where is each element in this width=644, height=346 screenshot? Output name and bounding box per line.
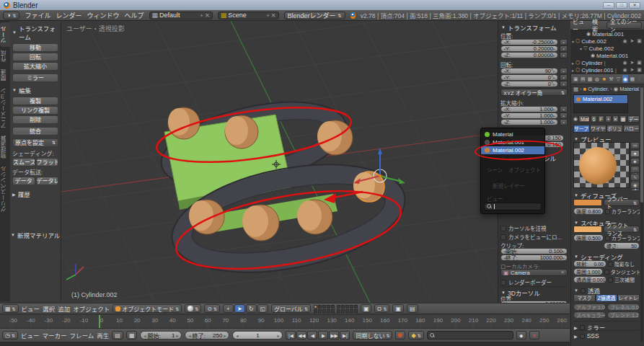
scene-close-icon[interactable]: ✕ <box>271 12 276 19</box>
view-menu[interactable]: ビュー <box>22 304 40 313</box>
keying-set-dropdown[interactable]: ◆⇅ <box>408 331 423 340</box>
material-slot-list[interactable]: Material.002 <box>573 94 628 113</box>
duplicate-button[interactable]: 複製 <box>12 97 58 105</box>
diffuse-color-swatch[interactable] <box>573 199 602 206</box>
checkbox-icon[interactable] <box>500 234 506 240</box>
timeline-editor-type-button[interactable]: ◷⇅ <box>2 331 18 340</box>
maximize-button[interactable]: □ <box>616 2 627 9</box>
stepper-right-icon[interactable]: ▸ <box>553 107 555 112</box>
panel-checkbox-icon[interactable] <box>580 325 585 330</box>
location-x-field[interactable]: ◂X:-0.25000▸ <box>500 39 558 45</box>
rotation-y-field[interactable]: ◂Y:0°▸ <box>500 74 558 81</box>
delete-button[interactable]: 削除 <box>12 115 58 124</box>
diffuse-intensity-slider[interactable]: 強度:0.800 <box>573 208 604 215</box>
translate-button[interactable]: 移動 <box>12 43 58 52</box>
timeline-menu-marker[interactable]: マーカー <box>43 331 67 340</box>
checkbox-icon[interactable] <box>604 270 609 275</box>
layout-close-icon[interactable]: ✕ <box>205 12 210 19</box>
tab-modifiers-icon[interactable]: ⚒ <box>608 75 614 83</box>
lock-camera-row[interactable]: カメラをビューにロ... <box>500 233 568 241</box>
timeline-menu-frame[interactable]: フレーム <box>70 331 94 340</box>
lock-icon[interactable]: • <box>560 74 568 81</box>
mask-mode-button[interactable]: マスク <box>573 294 596 302</box>
tab-material-icon[interactable]: ◉ <box>622 75 629 83</box>
tab-texture-icon[interactable]: ▦ <box>629 75 635 83</box>
close-button[interactable]: ✕ <box>629 2 640 9</box>
popup-item-material-002[interactable]: Material.002 <box>481 146 544 154</box>
layout-add-icon[interactable]: + <box>200 12 203 19</box>
lock-icon[interactable]: • <box>560 52 568 58</box>
render-engine-selector[interactable]: Blenderレンダー ⇅ <box>284 12 345 19</box>
local-camera-field[interactable]: ▣Camera✕ <box>500 269 568 276</box>
selectable-icon[interactable]: ➤ <box>629 67 635 73</box>
lock-icon[interactable]: • <box>560 45 568 52</box>
stepper-right-icon[interactable]: ▸ <box>563 255 565 260</box>
lock-icon[interactable]: • <box>560 68 568 74</box>
lock-to-cursor-row[interactable]: カーソルを注視 <box>500 224 568 232</box>
selectable-icon[interactable]: ➤ <box>629 38 635 44</box>
delete-keyframe-button[interactable]: ✕ <box>529 331 539 340</box>
type-volume-button[interactable]: ボリューム <box>606 125 623 133</box>
tab-tools[interactable]: ツール <box>0 22 10 47</box>
data-dropdown[interactable]: デー <box>627 115 640 123</box>
stepper-left-icon[interactable]: ◂ <box>236 333 238 338</box>
ambient-slider[interactable]: 周囲:1.000 <box>573 268 603 275</box>
stepper-left-icon[interactable]: ◂ <box>144 333 146 338</box>
specular-color-swatch[interactable] <box>573 226 602 233</box>
material-slot-selected[interactable]: Material.002 <box>574 95 627 103</box>
tab-relations[interactable]: 関連 <box>0 66 10 84</box>
preview-sphere-button[interactable]: ● <box>630 150 640 157</box>
preview-hair-button[interactable]: ∿ <box>630 174 640 181</box>
outliner-row-cube002-data[interactable]: ▾▽Cube.002 <box>570 45 644 52</box>
outliner-row-cylinder[interactable]: ▸⬡Cylinder| ◉➤▣ <box>570 59 644 66</box>
tab-grease-pencil[interactable]: グリースペンシル <box>0 162 10 216</box>
jump-to-start-button[interactable]: |◀ <box>286 331 296 340</box>
emit-slider[interactable]: 放射:0.00 <box>573 260 606 267</box>
breadcrumb-material[interactable]: Material. <box>619 86 640 92</box>
insert-keyframe-button[interactable]: ◆ <box>516 331 526 340</box>
pivot-dropdown[interactable]: ⊙⇅ <box>204 304 220 313</box>
properties-scrollbar[interactable] <box>640 86 643 342</box>
stepper-right-icon[interactable]: ▸ <box>553 75 555 80</box>
stepper-right-icon[interactable]: ▸ <box>553 46 555 51</box>
outliner-scope-dropdown[interactable]: 全てのシーン <box>606 22 642 29</box>
prev-keyframe-button[interactable]: ◀◀ <box>296 331 306 340</box>
fresnel-slider[interactable]: フレネル:0.000 <box>607 303 640 311</box>
shade-smooth-button[interactable]: スムーズ <box>12 158 35 167</box>
checkbox-icon[interactable] <box>608 278 613 283</box>
stepper-right-icon[interactable]: ▸ <box>176 333 178 338</box>
manipulator-toggle-button[interactable]: + <box>223 304 234 313</box>
preview-sky-button[interactable]: ◉ <box>630 182 640 189</box>
stepper-right-icon[interactable]: ▸ <box>553 113 555 118</box>
blend-slider[interactable]: ブレンド:1.250 <box>607 311 640 319</box>
stepper-right-icon[interactable]: ▸ <box>563 249 565 254</box>
stepper-right-icon[interactable]: ▸ <box>553 53 555 58</box>
add-menu[interactable]: 追加 <box>58 304 70 313</box>
play-button[interactable]: ▶ <box>318 331 328 340</box>
cubic-checkbox[interactable]: 三次補間 <box>608 276 635 283</box>
new-material-button[interactable]: + <box>605 115 612 123</box>
popup-item-material-001[interactable]: Material.001 <box>481 138 544 146</box>
frame-lock-button[interactable]: ▦ <box>126 331 138 340</box>
panel-header-history[interactable]: ▶履歴 <box>12 188 59 200</box>
opengl-render-anim-button[interactable]: ▤ <box>407 304 418 313</box>
stepper-right-icon[interactable]: ▸ <box>553 68 555 74</box>
scale-button[interactable]: 拡大縮小 <box>12 62 58 71</box>
checkbox-icon[interactable] <box>605 209 610 214</box>
expand-icon[interactable]: ▸ <box>572 68 574 73</box>
material-name-field[interactable]: Material.002 <box>578 115 590 123</box>
tangent-checkbox[interactable]: タンジェント... <box>604 268 640 275</box>
frame-end-field[interactable]: ◂終了:250▸ <box>185 331 229 340</box>
outliner-row-cube002[interactable]: ▾⬡Cube.002 ◉➤▣ <box>570 37 644 45</box>
raytrace-mode-button[interactable]: レイトレース <box>617 294 640 302</box>
popup-search-input[interactable] <box>484 203 542 210</box>
tab-physics-icon[interactable]: ◌ <box>636 75 643 83</box>
next-keyframe-button[interactable]: ▶▶ <box>329 331 339 340</box>
menu-help[interactable]: ヘルプ <box>125 11 144 20</box>
preview-cube-button[interactable]: ■ <box>630 158 640 165</box>
set-origin-dropdown[interactable]: 原点を設定⇅ <box>12 138 58 147</box>
tab-world-icon[interactable]: ◍ <box>594 75 600 83</box>
nodes-toggle-button[interactable]: ▦ <box>619 115 627 123</box>
frame-start-field[interactable]: ◂開始:1▸ <box>140 331 182 340</box>
expand-icon[interactable]: ▾ <box>572 39 574 44</box>
